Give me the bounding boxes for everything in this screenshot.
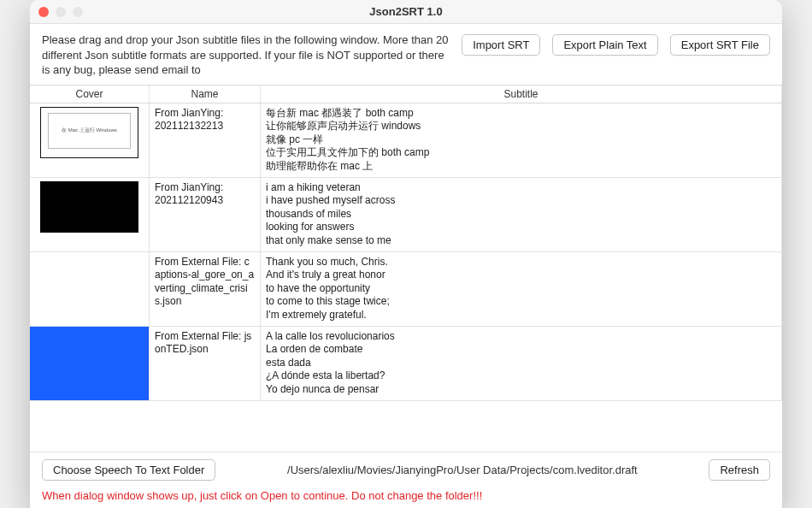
titlebar: Json2SRT 1.0 xyxy=(30,0,782,24)
name-cell: From JianYing: 202112120943 xyxy=(150,178,261,251)
table-row[interactable]: 在 Mac 上运行 Windows From JianYing: 2021121… xyxy=(30,103,782,178)
thumbnail-screen: 在 Mac 上运行 Windows xyxy=(48,113,131,149)
choose-folder-button[interactable]: Choose Speech To Text Folder xyxy=(42,459,215,481)
cover-thumbnail xyxy=(40,256,138,307)
minimize-icon[interactable] xyxy=(56,7,66,17)
column-header-subtitle[interactable]: Subtitle xyxy=(261,86,782,103)
name-cell: From JianYing: 202112132213 xyxy=(150,103,261,177)
import-srt-button[interactable]: Import SRT xyxy=(462,34,540,56)
subtitle-cell: A la calle los revolucionariosLa orden d… xyxy=(261,327,782,400)
warning-text: When dialog window shows up, just click … xyxy=(42,489,770,502)
subtitle-cell: i am a hiking veterani have pushed mysel… xyxy=(261,178,782,251)
table-row[interactable]: From External File: jsonTED.json A la ca… xyxy=(30,327,782,401)
folder-path: /Users/alexliu/Movies/JianyingPro/User D… xyxy=(227,464,697,476)
cover-thumbnail xyxy=(40,181,138,233)
cover-cell: 在 Mac 上运行 Windows xyxy=(30,103,150,177)
column-header-name[interactable]: Name xyxy=(150,86,261,103)
instructions-text: Please drag and drop your Json subtitle … xyxy=(42,32,450,78)
subtitle-cell: Thank you so much, Chris.And it's truly … xyxy=(261,252,782,326)
cover-thumbnail xyxy=(40,330,138,381)
close-icon[interactable] xyxy=(38,7,49,17)
cover-cell xyxy=(30,327,150,400)
footer: Choose Speech To Text Folder /Users/alex… xyxy=(30,452,782,508)
name-cell: From External File: captions-al_gore_on_… xyxy=(150,252,261,326)
refresh-button[interactable]: Refresh xyxy=(709,459,770,481)
subtitle-cell: 每台新 mac 都遇装了 both camp让你能够原声启动并运行 window… xyxy=(261,103,782,177)
export-srt-file-button[interactable]: Export SRT File xyxy=(670,34,770,56)
cover-cell xyxy=(30,252,150,326)
cover-cell xyxy=(30,178,150,251)
table-body: 在 Mac 上运行 Windows From JianYing: 2021121… xyxy=(30,103,782,452)
window-title: Json2SRT 1.0 xyxy=(30,5,782,18)
table-row[interactable]: From External File: captions-al_gore_on_… xyxy=(30,252,782,327)
maximize-icon[interactable] xyxy=(73,7,83,17)
toolbar: Please drag and drop your Json subtitle … xyxy=(30,24,782,85)
table-row-empty xyxy=(30,401,782,452)
app-window: Json2SRT 1.0 Please drag and drop your J… xyxy=(30,0,782,508)
table-row[interactable]: From JianYing: 202112120943 i am a hikin… xyxy=(30,178,782,252)
column-header-cover[interactable]: Cover xyxy=(30,86,150,103)
name-cell: From External File: jsonTED.json xyxy=(150,327,261,400)
cover-thumbnail: 在 Mac 上运行 Windows xyxy=(40,107,138,158)
subtitle-table: Cover Name Subtitle 在 Mac 上运行 Windows Fr… xyxy=(30,85,782,452)
export-plain-text-button[interactable]: Export Plain Text xyxy=(552,34,657,56)
